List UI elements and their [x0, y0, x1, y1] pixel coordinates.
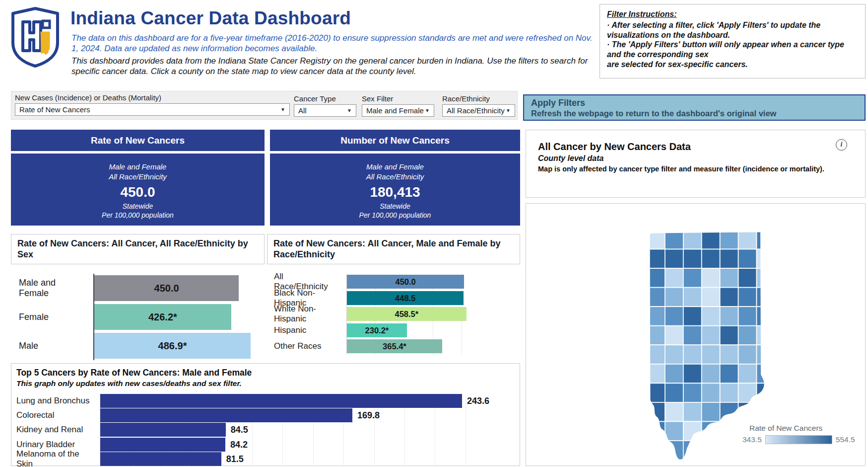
county-shape[interactable] [775, 402, 782, 422]
county-shape[interactable] [738, 364, 757, 384]
county-shape[interactable] [757, 326, 775, 345]
county-shape[interactable] [757, 268, 775, 288]
sex-filter-dropdown[interactable]: Male and Female ▼ [362, 104, 434, 117]
bar[interactable] [100, 452, 221, 466]
county-shape[interactable] [683, 288, 702, 307]
county-shape[interactable] [775, 249, 782, 269]
county-shape[interactable] [720, 307, 738, 326]
county-shape[interactable] [683, 345, 702, 364]
county-shape[interactable] [647, 288, 665, 307]
county-shape[interactable] [647, 326, 665, 345]
county-shape[interactable] [720, 460, 738, 467]
county-shape[interactable] [738, 383, 757, 402]
county-shape[interactable] [702, 288, 720, 307]
county-shape[interactable] [738, 402, 757, 422]
bar[interactable] [100, 423, 226, 437]
county-shape[interactable] [757, 230, 775, 249]
county-shape[interactable] [702, 364, 720, 384]
county-shape[interactable] [775, 307, 782, 326]
county-shape[interactable] [738, 288, 757, 307]
county-shape[interactable] [683, 326, 702, 345]
county-shape[interactable] [775, 268, 782, 288]
bar[interactable] [100, 438, 225, 452]
county-shape[interactable] [720, 441, 738, 460]
bar[interactable] [100, 408, 352, 422]
top5-bar-chart[interactable]: Lung and Bronchus243.6Colorectal169.8Kid… [11, 393, 520, 467]
county-shape[interactable] [720, 249, 738, 269]
cancer-type-dropdown[interactable]: All ▼ [294, 104, 356, 117]
county-shape[interactable] [738, 249, 757, 269]
county-shape[interactable] [683, 460, 702, 467]
county-shape[interactable] [720, 345, 738, 364]
county-shape[interactable] [757, 460, 775, 467]
county-shape[interactable] [702, 268, 720, 288]
county-shape[interactable] [665, 402, 683, 422]
county-shape[interactable] [647, 421, 665, 441]
county-shape[interactable] [738, 345, 757, 364]
bar[interactable] [100, 394, 462, 408]
county-shape[interactable] [720, 402, 738, 422]
county-shape[interactable] [683, 421, 702, 441]
county-shape[interactable] [683, 364, 702, 384]
county-shape[interactable] [775, 460, 782, 467]
county-shape[interactable] [665, 326, 683, 345]
county-shape[interactable] [702, 307, 720, 326]
county-shape[interactable] [683, 307, 702, 326]
county-shape[interactable] [683, 249, 702, 269]
county-shape[interactable] [702, 383, 720, 402]
race-bar-chart[interactable]: All Race/Ethnicity450.0Black Non-Hispani… [267, 274, 520, 355]
county-shape[interactable] [665, 249, 683, 269]
county-shape[interactable] [720, 421, 738, 441]
county-shape[interactable] [775, 288, 782, 307]
county-shape[interactable] [738, 460, 757, 467]
county-shape[interactable] [647, 230, 665, 249]
county-shape[interactable] [665, 383, 683, 402]
county-shape[interactable] [683, 268, 702, 288]
county-shape[interactable] [665, 421, 683, 441]
county-shape[interactable] [647, 307, 665, 326]
county-shape[interactable] [720, 288, 738, 307]
county-shape[interactable] [647, 249, 665, 269]
county-shape[interactable] [647, 402, 665, 422]
county-shape[interactable] [702, 441, 720, 460]
county-shape[interactable] [647, 383, 665, 402]
county-shape[interactable] [775, 383, 782, 402]
county-shape[interactable] [775, 345, 782, 364]
county-shape[interactable] [683, 383, 702, 402]
county-shape[interactable] [683, 230, 702, 249]
county-shape[interactable] [702, 421, 720, 441]
county-shape[interactable] [720, 268, 738, 288]
county-shape[interactable] [757, 402, 775, 422]
race-filter-dropdown[interactable]: All Race/Ethnicity ▼ [442, 104, 515, 117]
county-shape[interactable] [757, 249, 775, 269]
county-shape[interactable] [665, 345, 683, 364]
county-shape[interactable] [775, 230, 782, 249]
county-shape[interactable] [738, 307, 757, 326]
county-shape[interactable] [720, 326, 738, 345]
county-shape[interactable] [702, 345, 720, 364]
sex-bar-chart[interactable]: Male and Female450.0Female426.2*Male486.… [11, 274, 265, 360]
county-shape[interactable] [702, 402, 720, 422]
county-shape[interactable] [720, 364, 738, 384]
county-shape[interactable] [647, 441, 665, 460]
county-shape[interactable] [647, 460, 665, 467]
county-shape[interactable] [683, 441, 702, 460]
county-shape[interactable] [757, 288, 775, 307]
county-shape[interactable] [757, 307, 775, 326]
county-shape[interactable] [720, 230, 738, 249]
county-shape[interactable] [738, 326, 757, 345]
county-shape[interactable] [647, 268, 665, 288]
county-shape[interactable] [665, 460, 683, 467]
county-shape[interactable] [702, 326, 720, 345]
county-shape[interactable] [757, 364, 775, 384]
county-shape[interactable] [665, 288, 683, 307]
county-shape[interactable] [738, 230, 757, 249]
county-shape[interactable] [702, 249, 720, 269]
county-shape[interactable] [702, 230, 720, 249]
county-shape[interactable] [647, 364, 665, 384]
county-shape[interactable] [665, 268, 683, 288]
county-shape[interactable] [665, 230, 683, 249]
county-shape[interactable] [720, 383, 738, 402]
county-shape[interactable] [757, 383, 775, 402]
county-shape[interactable] [775, 364, 782, 384]
